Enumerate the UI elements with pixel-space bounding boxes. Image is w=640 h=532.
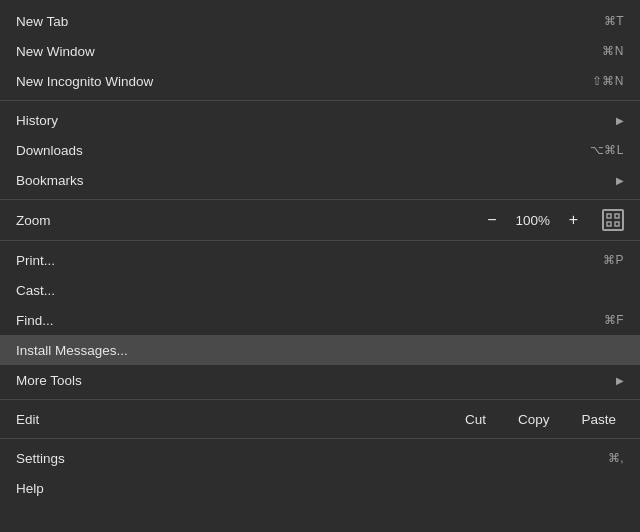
menu-item-history[interactable]: History ▶ xyxy=(0,105,640,135)
menu-item-cast-label: Cast... xyxy=(16,283,55,298)
menu-item-help[interactable]: Help xyxy=(0,473,640,503)
menu-item-downloads[interactable]: Downloads ⌥⌘L xyxy=(0,135,640,165)
context-menu: New Tab ⌘T New Window ⌘N New Incognito W… xyxy=(0,0,640,509)
more-tools-submenu-arrow: ▶ xyxy=(616,375,624,386)
separator-1 xyxy=(0,100,640,101)
menu-item-new-tab-label: New Tab xyxy=(16,14,68,29)
zoom-label: Zoom xyxy=(16,213,483,228)
separator-4 xyxy=(0,399,640,400)
menu-item-find-shortcut: ⌘F xyxy=(604,313,624,327)
menu-item-help-label: Help xyxy=(16,481,44,496)
edit-label: Edit xyxy=(16,412,457,427)
separator-3 xyxy=(0,240,640,241)
menu-item-downloads-label: Downloads xyxy=(16,143,83,158)
zoom-decrease-button[interactable]: − xyxy=(483,211,500,229)
menu-item-find-label: Find... xyxy=(16,313,54,328)
svg-rect-0 xyxy=(607,214,611,218)
menu-item-new-window-label: New Window xyxy=(16,44,95,59)
fullscreen-button[interactable] xyxy=(602,209,624,231)
menu-item-bookmarks-label: Bookmarks xyxy=(16,173,84,188)
menu-item-install-messages[interactable]: Install Messages... xyxy=(0,335,640,365)
menu-item-find[interactable]: Find... ⌘F xyxy=(0,305,640,335)
svg-rect-2 xyxy=(607,222,611,226)
history-submenu-arrow: ▶ xyxy=(616,115,624,126)
zoom-controls: − 100% + xyxy=(483,209,624,231)
edit-actions: Cut Copy Paste xyxy=(457,410,624,429)
cut-button[interactable]: Cut xyxy=(457,410,494,429)
menu-item-new-incognito-shortcut: ⇧⌘N xyxy=(592,74,624,88)
menu-item-more-tools-label: More Tools xyxy=(16,373,82,388)
paste-button[interactable]: Paste xyxy=(573,410,624,429)
menu-item-bookmarks[interactable]: Bookmarks ▶ xyxy=(0,165,640,195)
menu-item-history-label: History xyxy=(16,113,58,128)
edit-row: Edit Cut Copy Paste xyxy=(0,404,640,434)
fullscreen-icon xyxy=(606,213,620,227)
menu-item-new-incognito[interactable]: New Incognito Window ⇧⌘N xyxy=(0,66,640,96)
menu-item-more-tools[interactable]: More Tools ▶ xyxy=(0,365,640,395)
menu-item-install-messages-label: Install Messages... xyxy=(16,343,128,358)
menu-item-settings-shortcut: ⌘, xyxy=(608,451,624,465)
copy-button[interactable]: Copy xyxy=(510,410,558,429)
svg-rect-3 xyxy=(615,222,619,226)
zoom-value: 100% xyxy=(513,213,553,228)
zoom-increase-button[interactable]: + xyxy=(565,211,582,229)
menu-item-new-incognito-label: New Incognito Window xyxy=(16,74,153,89)
separator-2 xyxy=(0,199,640,200)
menu-item-print[interactable]: Print... ⌘P xyxy=(0,245,640,275)
menu-item-settings[interactable]: Settings ⌘, xyxy=(0,443,640,473)
menu-item-cast[interactable]: Cast... xyxy=(0,275,640,305)
zoom-row: Zoom − 100% + xyxy=(0,204,640,236)
bookmarks-submenu-arrow: ▶ xyxy=(616,175,624,186)
menu-item-print-shortcut: ⌘P xyxy=(603,253,624,267)
menu-item-print-label: Print... xyxy=(16,253,55,268)
menu-item-downloads-shortcut: ⌥⌘L xyxy=(590,143,624,157)
menu-item-new-window[interactable]: New Window ⌘N xyxy=(0,36,640,66)
menu-item-new-window-shortcut: ⌘N xyxy=(602,44,624,58)
menu-item-settings-label: Settings xyxy=(16,451,65,466)
svg-rect-1 xyxy=(615,214,619,218)
separator-5 xyxy=(0,438,640,439)
menu-item-new-tab[interactable]: New Tab ⌘T xyxy=(0,6,640,36)
menu-item-new-tab-shortcut: ⌘T xyxy=(604,14,624,28)
